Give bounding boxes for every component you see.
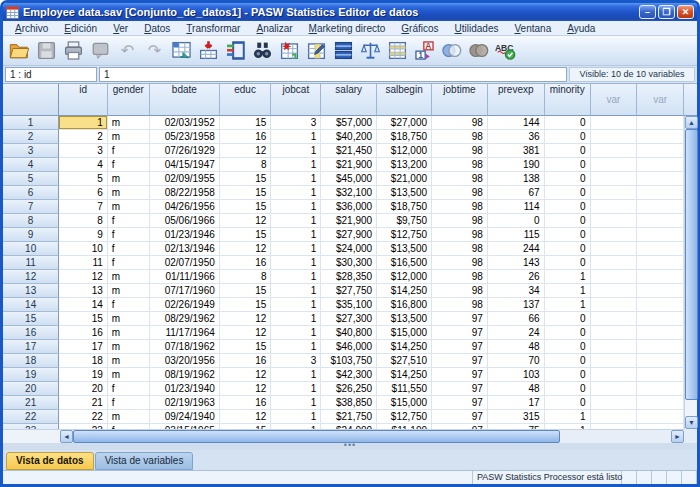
cell-id[interactable]: 15 [59, 312, 108, 326]
cell-jobcat[interactable]: 1 [271, 242, 321, 256]
cell-educ[interactable]: 15 [220, 186, 272, 200]
cell-educ[interactable]: 12 [220, 368, 272, 382]
cell-jobcat[interactable]: 3 [271, 354, 321, 368]
cell-var2[interactable] [637, 312, 684, 326]
cell-id[interactable]: 5 [59, 172, 108, 186]
cell-gender[interactable]: m [108, 200, 150, 214]
menu-item-archivo[interactable]: Archivo [7, 23, 56, 34]
spell-check-button[interactable]: ABC [493, 38, 518, 64]
grid-corner-cell[interactable] [3, 84, 59, 116]
row-header[interactable]: 19 [3, 368, 59, 382]
variables-button[interactable] [223, 38, 248, 64]
row-header[interactable]: 8 [3, 214, 59, 228]
tab-splitter-handle[interactable]: ••• [3, 443, 697, 450]
cell-id[interactable]: 9 [59, 228, 108, 242]
cell-var1[interactable] [591, 326, 638, 340]
cell-minority[interactable]: 1 [545, 410, 591, 424]
cell-jobtime[interactable]: 98 [432, 228, 488, 242]
cell-bdate[interactable]: 01/23/1940 [150, 382, 220, 396]
cell-educ[interactable]: 15 [220, 284, 272, 298]
menu-item-analizar[interactable]: Analizar [248, 23, 300, 34]
cell-jobcat[interactable]: 1 [271, 200, 321, 214]
cell-var2[interactable] [637, 368, 684, 382]
cell-minority[interactable]: 0 [545, 228, 591, 242]
cell-gender[interactable]: m [108, 116, 150, 130]
cell-minority[interactable]: 1 [545, 270, 591, 284]
cell-jobcat[interactable]: 3 [271, 116, 321, 130]
find-button[interactable] [250, 38, 275, 64]
cell-jobtime[interactable]: 98 [432, 158, 488, 172]
cell-var2[interactable] [637, 116, 684, 130]
cell-var1[interactable] [591, 130, 638, 144]
row-header[interactable]: 10 [3, 242, 59, 256]
cell-jobcat[interactable]: 1 [271, 186, 321, 200]
cell-salary[interactable]: $42,300 [321, 368, 377, 382]
cell-jobcat[interactable]: 1 [271, 382, 321, 396]
open-data-button[interactable] [7, 38, 32, 64]
cell-jobtime[interactable]: 98 [432, 172, 488, 186]
menu-item-utilidades[interactable]: Utilidades [447, 23, 507, 34]
cell-prevexp[interactable]: 114 [488, 200, 545, 214]
cell-prevexp[interactable]: 190 [488, 158, 545, 172]
row-header[interactable]: 4 [3, 158, 59, 172]
cell-gender[interactable]: m [108, 186, 150, 200]
cell-jobcat[interactable]: 1 [271, 326, 321, 340]
cell-prevexp[interactable]: 144 [488, 116, 545, 130]
cell-bdate[interactable]: 05/06/1966 [150, 214, 220, 228]
cell-salary[interactable]: $38,850 [321, 396, 377, 410]
cell-gender[interactable]: m [108, 270, 150, 284]
cell-id[interactable]: 11 [59, 256, 108, 270]
cell-prevexp[interactable]: 315 [488, 410, 545, 424]
cell-bdate[interactable]: 07/26/1929 [150, 144, 220, 158]
cell-var1[interactable] [591, 144, 638, 158]
cell-jobtime[interactable]: 98 [432, 284, 488, 298]
cell-salbegin[interactable]: $14,250 [377, 340, 432, 354]
cell-var1[interactable] [591, 242, 638, 256]
cell-var1[interactable] [591, 396, 638, 410]
cell-salbegin[interactable]: $27,510 [377, 354, 432, 368]
horizontal-scroll-thumb[interactable] [73, 430, 560, 443]
tab-variable-view[interactable]: Vista de variables [95, 452, 194, 470]
cell-jobcat[interactable]: 1 [271, 130, 321, 144]
row-header[interactable]: 17 [3, 340, 59, 354]
cell-educ[interactable]: 12 [220, 382, 272, 396]
cell-salary[interactable]: $35,100 [321, 298, 377, 312]
cell-minority[interactable]: 0 [545, 368, 591, 382]
cell-minority[interactable]: 0 [545, 382, 591, 396]
cell-gender[interactable]: m [108, 340, 150, 354]
cell-salbegin[interactable]: $13,200 [377, 158, 432, 172]
cell-prevexp[interactable]: 48 [488, 382, 545, 396]
cell-gender[interactable]: m [108, 410, 150, 424]
cell-gender[interactable]: m [108, 368, 150, 382]
cell-jobcat[interactable]: 1 [271, 270, 321, 284]
cell-jobtime[interactable]: 98 [432, 130, 488, 144]
cell-var2[interactable] [637, 130, 684, 144]
cell-gender[interactable]: f [108, 214, 150, 228]
cell-var2[interactable] [637, 396, 684, 410]
cell-minority[interactable]: 0 [545, 214, 591, 228]
cell-minority[interactable]: 1 [545, 284, 591, 298]
column-header-bdate[interactable]: bdate [150, 84, 220, 116]
cell-salary[interactable]: $36,000 [321, 200, 377, 214]
column-header-salbegin[interactable]: salbegin [377, 84, 432, 116]
cell-prevexp[interactable]: 244 [488, 242, 545, 256]
cell-var1[interactable] [591, 410, 638, 424]
cell-var1[interactable] [591, 340, 638, 354]
cell-jobcat[interactable]: 1 [271, 368, 321, 382]
column-header-educ[interactable]: educ [220, 84, 272, 116]
menu-item-edici-n[interactable]: Edición [56, 23, 105, 34]
cell-prevexp[interactable]: 115 [488, 228, 545, 242]
cell-var1[interactable] [591, 200, 638, 214]
row-header[interactable]: 5 [3, 172, 59, 186]
cell-educ[interactable]: 16 [220, 256, 272, 270]
split-file-button[interactable] [331, 38, 356, 64]
cell-prevexp[interactable]: 70 [488, 354, 545, 368]
cell-minority[interactable]: 0 [545, 130, 591, 144]
cell-gender[interactable]: f [108, 256, 150, 270]
cell-gender[interactable]: f [108, 382, 150, 396]
cell-salbegin[interactable]: $15,000 [377, 326, 432, 340]
cell-id[interactable]: 13 [59, 284, 108, 298]
cell-gender[interactable]: f [108, 228, 150, 242]
cell-salbegin[interactable]: $18,750 [377, 200, 432, 214]
cell-id[interactable]: 4 [59, 158, 108, 172]
